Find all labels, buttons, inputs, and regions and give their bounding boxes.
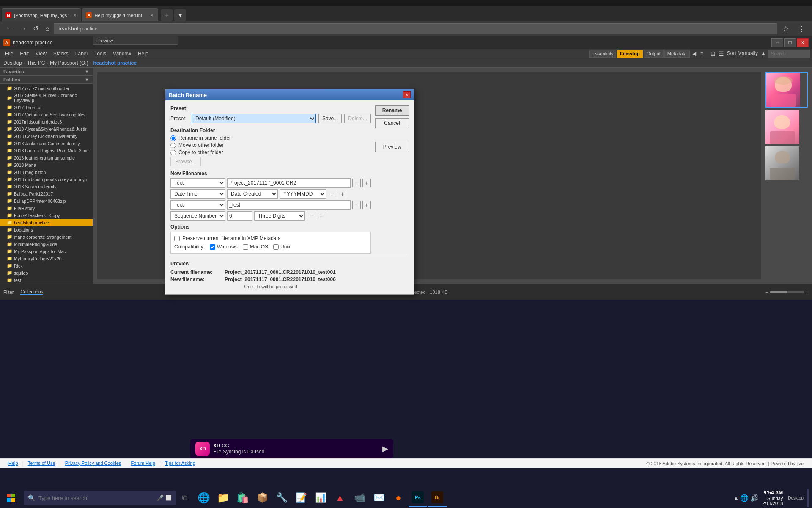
breadcrumb-desktop[interactable]: Desktop (3, 60, 22, 66)
clock-area[interactable]: 9:54 AM Sunday 2/11/2018 (760, 490, 785, 506)
row4-type-select[interactable]: Sequence Number (170, 211, 225, 221)
folder-2018-corey[interactable]: 📁 2018 Corey Dickmann Maternity (0, 133, 93, 140)
folder-filehistory[interactable]: 📁 FileHistory (0, 204, 93, 212)
menu-edit[interactable]: Edit (16, 50, 32, 58)
folder-squiloo[interactable]: 📁 squiloo (0, 269, 93, 276)
thumbnail-1[interactable] (765, 72, 808, 108)
edge-app[interactable]: 🌐 (195, 489, 213, 507)
reload-btn[interactable]: ↺ (30, 23, 41, 34)
app6[interactable]: 📝 (292, 489, 310, 507)
folder-2018-maria[interactable]: 📁 2018 Maria (0, 161, 93, 168)
bridge-maximize-btn[interactable]: □ (784, 38, 796, 47)
macos-checkbox[interactable] (243, 244, 248, 250)
dropbox-app[interactable]: 📦 (253, 489, 272, 507)
footer-forum[interactable]: Forum Help (131, 461, 155, 467)
sort-order-icon[interactable]: ▲ (760, 50, 767, 58)
dest-same-folder[interactable]: Rename in same folder (170, 135, 371, 141)
sort-icon[interactable]: Sort Manually (726, 50, 759, 58)
dest-move-radio[interactable] (170, 143, 176, 148)
tab-adobe-close[interactable]: × (149, 12, 154, 19)
filter-tab[interactable]: Filter (3, 290, 14, 295)
menu-view[interactable]: View (32, 50, 50, 58)
tab-dropdown-btn[interactable]: ▾ (174, 9, 186, 21)
bridge-app[interactable]: Br (428, 489, 447, 507)
compat-unix[interactable]: Unix (273, 244, 291, 250)
row4-digits-select[interactable]: Three Digits (254, 211, 305, 221)
dest-copy-radio[interactable] (170, 150, 176, 155)
app5[interactable]: 🔧 (272, 489, 291, 507)
menu-help[interactable]: Help (134, 50, 152, 58)
folder-2018-sarah[interactable]: 📁 2018 Sarah maternity (0, 183, 93, 190)
tab-gmail[interactable]: M [Photoshop] Help my jpgs t × (2, 8, 81, 21)
zoom-slider[interactable] (770, 291, 804, 293)
row1-type-select[interactable]: Text (170, 178, 225, 188)
browse-btn[interactable]: Browse... (170, 157, 201, 166)
bridge-search-input[interactable] (768, 50, 810, 58)
row2-format-select[interactable]: YYYYMMDD (280, 189, 326, 199)
address-bar[interactable] (54, 23, 777, 34)
thumbnail-3[interactable] (765, 146, 808, 180)
forward-btn[interactable]: → (17, 23, 29, 34)
folder-rick[interactable]: 📁 Rick (0, 262, 93, 269)
store-app[interactable]: 🛍️ (233, 489, 252, 507)
collections-tab[interactable]: Collections (20, 289, 43, 295)
bridge-minimize-btn[interactable]: − (771, 38, 783, 47)
menu-window[interactable]: Window (110, 50, 134, 58)
dialog-close-btn[interactable]: × (403, 91, 411, 98)
breadcrumb-thispc[interactable]: This PC (27, 60, 45, 66)
zoom-in-btn[interactable]: + (806, 289, 809, 295)
folder-2018-jackie[interactable]: 📁 2018 Jackie and Carlos maternity (0, 140, 93, 147)
folder-2017-oct[interactable]: 📁 2017 oct 22 mid south order (0, 85, 93, 92)
zoom-out-btn[interactable]: − (765, 289, 768, 295)
menu-label[interactable]: Label (72, 50, 91, 58)
row4-value-input[interactable] (227, 211, 252, 221)
start-button[interactable] (0, 488, 22, 508)
microphone-icon[interactable]: 🎤 (156, 494, 164, 501)
row1-value-input[interactable] (227, 178, 351, 188)
rename-btn[interactable]: Rename (375, 105, 409, 116)
row2-subtype-select[interactable]: Date Created (227, 189, 278, 199)
folders-header[interactable]: Folders ▼ (0, 76, 93, 84)
list-view-icon[interactable]: ☰ (717, 50, 725, 58)
cancel-btn[interactable]: Cancel (375, 118, 409, 128)
footer-tips[interactable]: Tips for Asking (165, 461, 195, 467)
folder-myfamily[interactable]: 📁 MyFamilyCollage-20x20 (0, 255, 93, 262)
home-btn[interactable]: ⌂ (43, 23, 52, 34)
desktop-btn[interactable]: Desktop (786, 496, 805, 500)
dest-move-folder[interactable]: Move to other folder (170, 142, 371, 148)
unix-checkbox[interactable] (273, 244, 279, 250)
tab-gmail-close[interactable]: × (72, 12, 77, 19)
preset-dropdown[interactable]: Default (Modified) (192, 114, 316, 123)
row3-add-btn[interactable]: + (362, 201, 371, 209)
volume-icon[interactable]: 🔊 (750, 494, 759, 502)
folder-fonts[interactable]: 📁 Fonts4Teachers - Copy (0, 212, 93, 219)
row2-add-btn[interactable]: + (338, 190, 346, 198)
network-icon[interactable]: 🌐 (740, 494, 749, 502)
grid-view-icon[interactable]: ⊞ (709, 50, 717, 58)
menu-stacks[interactable]: Stacks (50, 50, 72, 58)
row1-add-btn[interactable]: + (362, 179, 371, 187)
compat-windows[interactable]: Windows (210, 244, 238, 250)
workspace-more[interactable]: ◀ (691, 50, 698, 58)
xd-expand-btn[interactable]: ▶ (382, 444, 388, 453)
photoshop-app[interactable]: Ps (409, 489, 427, 507)
folder-2018-meg[interactable]: 📁 2018 meg bitton (0, 168, 93, 176)
show-desktop-btn[interactable] (807, 489, 809, 507)
app9[interactable]: 📹 (350, 489, 369, 507)
expand-tray-btn[interactable]: ▲ (733, 495, 738, 501)
thumbnail-2[interactable] (765, 110, 808, 144)
footer-help[interactable]: Help (8, 461, 18, 467)
tab-adobe[interactable]: A Help my jpgs turned int × (82, 8, 158, 21)
menu-tools[interactable]: Tools (91, 50, 110, 58)
row1-remove-btn[interactable]: − (352, 179, 361, 187)
folder-2018-alyssa[interactable]: 📁 2018 Alyssa&Skyler&Rhonda& Justir (0, 125, 93, 133)
back-btn[interactable]: ← (3, 23, 15, 34)
bridge-close-btn[interactable]: × (797, 38, 809, 47)
app8[interactable]: ▲ (331, 489, 349, 507)
breadcrumb-passport[interactable]: My Passport (O:) (50, 60, 88, 66)
explorer-app[interactable]: 📁 (214, 489, 233, 507)
new-tab-btn[interactable]: + (161, 9, 173, 21)
row4-remove-btn[interactable]: − (307, 212, 315, 220)
favorites-header[interactable]: Favorites ▼ (0, 68, 93, 76)
folder-minimale[interactable]: 📁 MinimalePricingGuide (0, 240, 93, 248)
